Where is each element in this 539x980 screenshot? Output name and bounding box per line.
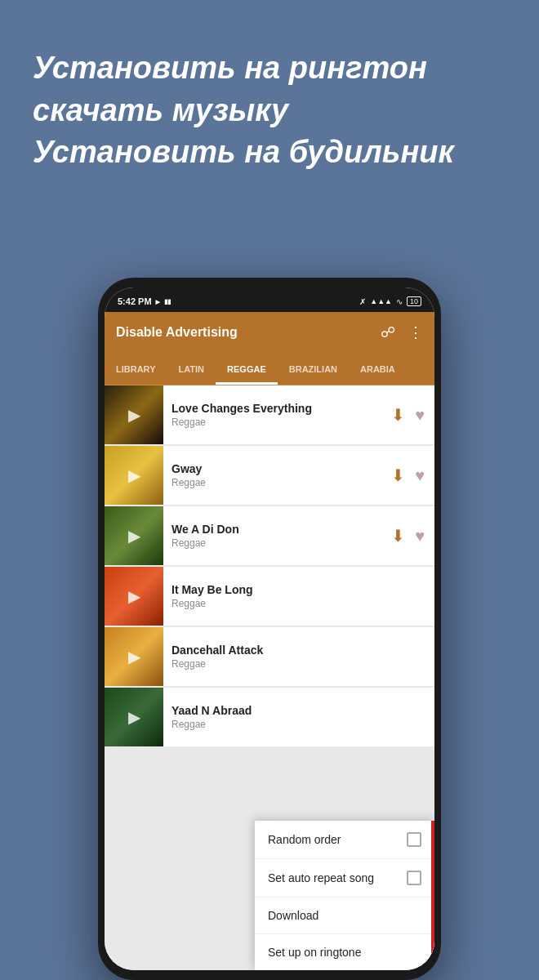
song-genre: Reggae [172,658,425,670]
song-title: Dancehall Attack [172,644,425,657]
song-info: Gway Reggae [163,462,391,488]
song-info: It May Be Long Reggae [163,583,425,609]
song-genre: Reggae [172,598,425,609]
promo-line-3: Установить на будильник [33,133,506,172]
play-icon: ▶ [128,405,140,425]
thumb-bg: ▶ [105,688,163,746]
favorite-icon[interactable]: ♥ [415,527,425,546]
tab-brazilian[interactable]: BRAZILIAN [278,353,349,385]
song-info: Yaad N Abraad Reggae [163,704,425,730]
wifi-icon: ∿ [396,297,403,306]
bluetooth-icon: ✗ [359,297,366,306]
repeat-song-checkbox[interactable] [407,871,421,885]
random-order-checkbox[interactable] [407,832,421,847]
song-thumbnail: ▶ [105,506,163,565]
thumb-bg: ▶ [105,446,163,505]
download-icon[interactable]: ⬇ [391,466,405,485]
download-label: Download [268,909,318,922]
thumb-bg: ▶ [105,567,163,626]
play-icon: ▶ [128,466,140,485]
thumb-bg: ▶ [105,627,163,686]
context-menu-item-random[interactable]: Random order [255,821,434,859]
list-item[interactable]: ▶ It May Be Long Reggae [105,567,434,626]
list-item[interactable]: ▶ Dancehall Attack Reggae [105,627,434,686]
phone-mockup: 5:42 PM ► ▮▮ ✗ ▲▲▲ ∿ 10 Disable Advertis… [98,278,441,980]
song-actions: ⬇ ♥ [391,526,425,546]
play-icon: ▶ [128,586,140,606]
more-vert-icon[interactable]: ⋮ [408,323,423,341]
app-bar: Disable Advertising ☍ ⋮ [105,312,434,353]
chart-icon[interactable]: ☍ [381,323,395,341]
status-right: ✗ ▲▲▲ ∿ 10 [359,296,421,306]
song-genre: Reggae [172,719,425,730]
download-icon[interactable]: ⬇ [391,405,405,425]
app-title: Disable Advertising [116,325,238,340]
tab-library[interactable]: LIBRARY [105,353,167,385]
context-menu-item-download[interactable]: Download [255,898,434,934]
promo-line-1: Установить на рингтон [33,49,506,88]
thumb-bg: ▶ [105,506,163,565]
song-title: Gway [172,462,391,475]
tab-reggae[interactable]: REGGAE [216,353,278,385]
song-list: ▶ Love Changes Everything Reggae ⬇ ♥ [105,385,434,970]
song-info: Love Changes Everything Reggae [163,402,391,428]
song-thumbnail: ▶ [105,688,163,746]
random-order-label: Random order [268,833,341,846]
play-icon: ▶ [128,526,140,546]
red-accent-bar [431,821,434,970]
promo-header: Установить на рингтон скачать музыку Уст… [33,49,506,176]
screen-content: 5:42 PM ► ▮▮ ✗ ▲▲▲ ∿ 10 Disable Advertis… [105,287,434,970]
notch [229,287,310,305]
song-thumbnail: ▶ [105,385,163,444]
song-actions: ⬇ ♥ [391,466,425,485]
signal-bar-icon: ▮▮ [164,298,171,305]
tab-latin[interactable]: LATIN [167,353,216,385]
song-title: Yaad N Abraad [172,704,425,717]
song-genre: Reggae [172,537,391,549]
song-title: We A Di Don [172,523,391,536]
tab-arabia[interactable]: ARABIA [349,353,407,385]
song-genre: Reggae [172,416,391,428]
phone-frame: 5:42 PM ► ▮▮ ✗ ▲▲▲ ∿ 10 Disable Advertis… [98,278,441,980]
favorite-icon[interactable]: ♥ [415,466,425,485]
status-time: 5:42 PM ► ▮▮ [118,296,171,306]
download-icon[interactable]: ⬇ [391,526,405,546]
song-title: It May Be Long [172,583,425,596]
app-bar-actions: ☍ ⋮ [381,323,423,341]
tabs-bar: LIBRARY LATIN REGGAE BRAZILIAN ARABIA [105,353,434,385]
context-menu: Random order Set auto repeat song Downlo… [255,821,434,970]
list-item[interactable]: ▶ Love Changes Everything Reggae ⬇ ♥ [105,385,434,444]
phone-screen: 5:42 PM ► ▮▮ ✗ ▲▲▲ ∿ 10 Disable Advertis… [105,287,434,970]
play-icon: ▶ [128,707,140,727]
signal-icon-1: ▲▲▲ [370,297,392,305]
navigation-icon: ► [154,297,163,306]
repeat-song-label: Set auto repeat song [268,871,374,884]
song-thumbnail: ▶ [105,627,163,686]
play-icon: ▶ [128,647,140,666]
song-actions: ⬇ ♥ [391,405,425,425]
list-item[interactable]: ▶ Gway Reggae ⬇ ♥ [105,446,434,505]
promo-line-2: скачать музыку [33,91,506,131]
song-thumbnail: ▶ [105,446,163,505]
song-genre: Reggae [172,477,391,488]
thumb-bg: ▶ [105,385,163,444]
song-info: Dancehall Attack Reggae [163,644,425,670]
battery-icon: 10 [407,296,421,306]
list-item[interactable]: ▶ Yaad N Abraad Reggae [105,688,434,746]
song-thumbnail: ▶ [105,567,163,626]
song-info: We A Di Don Reggae [163,523,391,549]
favorite-icon[interactable]: ♥ [415,406,425,425]
ringtone-label: Set up on ringtone [268,946,361,959]
context-menu-item-repeat[interactable]: Set auto repeat song [255,859,434,898]
context-menu-item-ringtone[interactable]: Set up on ringtone [255,934,434,970]
song-title: Love Changes Everything [172,402,391,415]
list-item[interactable]: ▶ We A Di Don Reggae ⬇ ♥ [105,506,434,565]
